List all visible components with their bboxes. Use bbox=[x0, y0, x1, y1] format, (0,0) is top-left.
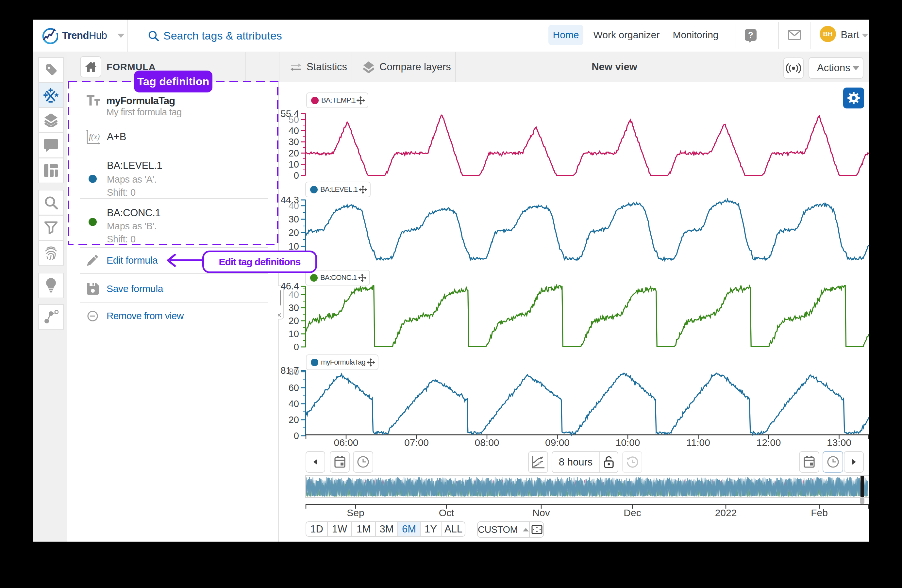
svg-text:20: 20 bbox=[288, 227, 299, 238]
svg-text:Oct: Oct bbox=[439, 507, 454, 518]
svg-text:09:00: 09:00 bbox=[545, 437, 570, 448]
svg-text:40: 40 bbox=[288, 399, 299, 409]
svg-text:12:00: 12:00 bbox=[756, 437, 781, 448]
svg-text:20: 20 bbox=[288, 148, 299, 158]
svg-text:0: 0 bbox=[294, 430, 299, 441]
svg-text:50: 50 bbox=[288, 114, 299, 125]
svg-text:10:00: 10:00 bbox=[615, 437, 640, 448]
svg-text:30: 30 bbox=[288, 214, 299, 224]
svg-text:06:00: 06:00 bbox=[334, 437, 358, 448]
svg-text:Feb: Feb bbox=[811, 507, 828, 518]
svg-text:20: 20 bbox=[288, 316, 299, 326]
svg-text:40: 40 bbox=[288, 125, 299, 136]
svg-text:30: 30 bbox=[288, 302, 299, 313]
svg-text:2022: 2022 bbox=[715, 507, 737, 518]
svg-text:07:00: 07:00 bbox=[404, 437, 429, 448]
svg-text:40: 40 bbox=[288, 200, 299, 211]
svg-text:10: 10 bbox=[288, 241, 299, 252]
svg-text:10: 10 bbox=[288, 159, 299, 169]
svg-text:10: 10 bbox=[288, 328, 299, 339]
svg-text:Nov: Nov bbox=[532, 507, 550, 518]
svg-text:80: 80 bbox=[288, 366, 299, 377]
svg-text:40: 40 bbox=[288, 289, 299, 300]
svg-text:Dec: Dec bbox=[623, 507, 641, 518]
svg-text:30: 30 bbox=[288, 136, 299, 147]
svg-text:Sep: Sep bbox=[347, 507, 364, 518]
svg-text:60: 60 bbox=[288, 383, 299, 393]
svg-text:0: 0 bbox=[294, 170, 299, 181]
svg-text:f(x): f(x) bbox=[89, 132, 100, 141]
svg-text:20: 20 bbox=[288, 414, 299, 425]
svg-text:0: 0 bbox=[294, 342, 299, 352]
svg-text:08:00: 08:00 bbox=[474, 437, 499, 448]
svg-text:11:00: 11:00 bbox=[686, 437, 710, 448]
svg-text:13:00: 13:00 bbox=[827, 437, 851, 448]
